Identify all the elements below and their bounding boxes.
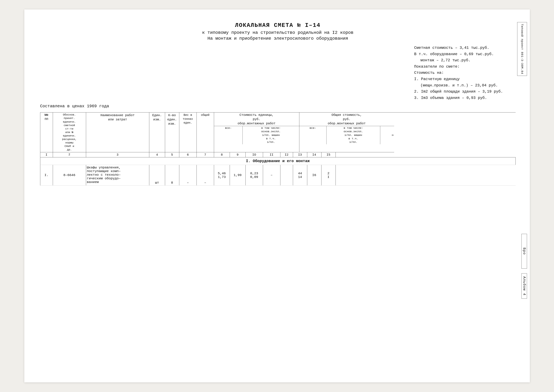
col-stoimost-tom: в том числе:основ.экспл.з/пл. машинв т.ч… (243, 126, 299, 144)
numrow-4: 4 (149, 152, 165, 157)
col-header-stoimost: Стоимость единицы,руб.обор.монтажных раб… (214, 112, 299, 152)
col-header-num-label: №№ПП (45, 113, 48, 121)
subtitle2: На монтаж и приобретение электросилового… (40, 36, 516, 41)
numrow-1: I (40, 152, 53, 157)
cost-line4: Показатели по смете: (414, 63, 503, 70)
row1-obsh-mont-vse: I6 (307, 165, 321, 185)
row1-kvo: 8 (165, 165, 179, 185)
col-header-ed: Един.изм. (149, 112, 165, 152)
col-header-obsh-stoimost: Общая стоимость,руб.обор.монтажных работ… (299, 112, 394, 152)
cost-line2: В т.ч. оборудование – 0,69 тыс.руб. (414, 51, 503, 57)
col-header-ves-obsh-label: общий (201, 113, 209, 117)
numrow-12: I2 (280, 152, 293, 157)
numrow-15: I5 (321, 152, 336, 157)
made-in: Составлена в ценах 1969 года (40, 104, 516, 109)
cost-info: Сметная стоимость – 3,41 тыс.руб. В т.ч.… (414, 45, 503, 101)
main-title: ЛОКАЛЬНАЯ СМЕТА № I–14 (40, 22, 516, 28)
page: Типовой проект 801-3-30М.84 ЛОКАЛЬНАЯ СМ… (24, 9, 530, 382)
col-header-kvo: К–воедин.изм. (165, 112, 179, 152)
table-num-row: I 2 3 4 5 6 7 8 9 IO II I2 I3 I4 I5 (40, 152, 516, 157)
col-header-ves-obsh: общий (197, 112, 214, 152)
row1-ed: шт (149, 165, 165, 185)
numrow-9: 9 (230, 152, 246, 157)
col-header-ed-label: Един.изм. (152, 113, 162, 122)
table-row-1: I. 8–6646 Шкафы управления,поступающие к… (40, 165, 516, 185)
numrow-2: 2 (53, 152, 86, 157)
cost-line3: монтаж – 2,72 тыс.руб. (421, 57, 503, 63)
cost-line7: (мещн.произв. и т.п.) – 23,04 руб. (421, 82, 503, 89)
numrow-7: 7 (197, 152, 214, 157)
col-header-obsh-subs: все– в том числе:основ.экспл.з/пл. машин… (299, 126, 394, 144)
col-header-stoimost-top: Стоимость единицы,руб.обор.монтажных раб… (214, 112, 299, 126)
numrow-10: IO (246, 152, 263, 157)
row1-st-mont-osnov: 0,23 0,09 (246, 165, 263, 185)
col-header-ves-ed: Вес в тоннахедин. (179, 112, 197, 152)
section-1-text: I. Оборудование и его монтаж (246, 159, 310, 163)
row1-obsh-mont-osnov: 2 I (321, 165, 336, 185)
col-header-naim-label: Наименование работили затрат (100, 113, 135, 122)
cost-line9: 3. Im3 объема здания – 0,93 руб. (414, 95, 503, 101)
col-header-kvo-label: К–воедин.изм. (167, 113, 177, 126)
col-header-naim: Наименование работили затрат (86, 112, 149, 152)
cost-line5: Стоимость на: (414, 70, 503, 76)
col-header-osnov: Обоснов.принят.единичн.сметнойст-тиили №… (53, 112, 86, 152)
col-header-num: №№ПП (40, 112, 53, 152)
col-header-stoimost-subs: все– в том числе:основ.экспл.з/пл. машин… (214, 126, 299, 144)
col-obsh-tom: в том числе:основ.экспл.з/пл. машинв т.ч… (326, 126, 380, 144)
row1-ves-ed: – (179, 165, 197, 185)
row1-naim: Шкафы управления,поступающие комп–лектно… (86, 165, 149, 185)
col-header-obsh-top: Общая стоимость,руб.обор.монтажных работ (299, 112, 394, 126)
cost-info-block: Сметная стоимость – 3,41 тыс.руб. В т.ч.… (40, 45, 516, 101)
numrow-3: 3 (86, 152, 149, 157)
top-right-stamp: Типовой проект 801-3-30М.84 (517, 22, 527, 76)
row1-st-obor: 5,46 1,73 (214, 165, 230, 185)
col-stoimost-vse: все– (214, 126, 243, 144)
col-header-ves-ed-label: Вес в тоннахедин. (180, 113, 196, 125)
numrow-5: 5 (165, 152, 179, 157)
numrow-8: 8 (214, 152, 230, 157)
cost-line6: I. Расчетную единицу (414, 76, 503, 82)
cost-line8: 2. Im2 общей площади здания – 3,19 руб. (414, 89, 503, 95)
numrow-11: II (263, 152, 280, 157)
table-header-row: №№ПП Обоснов.принят.единичн.сметнойст-ти… (40, 112, 516, 152)
main-table: №№ПП Обоснов.принят.единичн.сметнойст-ти… (40, 112, 516, 185)
row1-osnov: 8–6646 (53, 165, 86, 185)
album-stamp: Альбом 4 (521, 273, 527, 299)
cost-line1: Сметная стоимость – 3,41 тыс.руб. (414, 45, 503, 51)
numrow-14: I4 (307, 152, 321, 157)
numrow-6: 6 (179, 152, 197, 157)
bro-text: Бро (522, 248, 526, 255)
right-stamp-bro: Бро (521, 234, 527, 269)
subtitle1: к типовому проекту на строительство роди… (40, 30, 516, 35)
row1-st-mont-mash: – (263, 165, 280, 185)
row1-naim-text: Шкафы управления,поступающие комп–лектно… (87, 166, 121, 184)
album-text: Альбом 4 (522, 276, 526, 296)
col-obsh-extra: П (380, 126, 394, 144)
row1-ves-obsh: – (197, 165, 214, 185)
col-header-osnov-label: Обоснов.принят.единичн.сметнойст-тиили №… (62, 113, 77, 152)
col-obsh-vse: все– (299, 126, 326, 144)
row1-num: I. (40, 165, 53, 185)
numrow-13: I3 (293, 152, 307, 157)
stamp-text: Типовой проект 801-3-30М.84 (520, 24, 524, 74)
row1-st-mont-vse: 1,99 (230, 165, 246, 185)
row1-obsh-obor: 44 14 (293, 165, 307, 185)
title-block: ЛОКАЛЬНАЯ СМЕТА № I–14 к типовому проект… (40, 22, 516, 41)
row1-obsh-12 (280, 165, 293, 185)
section-1-label: I. Оборудование и его монтаж (40, 157, 516, 165)
section-1-row: I. Оборудование и его монтаж (40, 157, 516, 165)
